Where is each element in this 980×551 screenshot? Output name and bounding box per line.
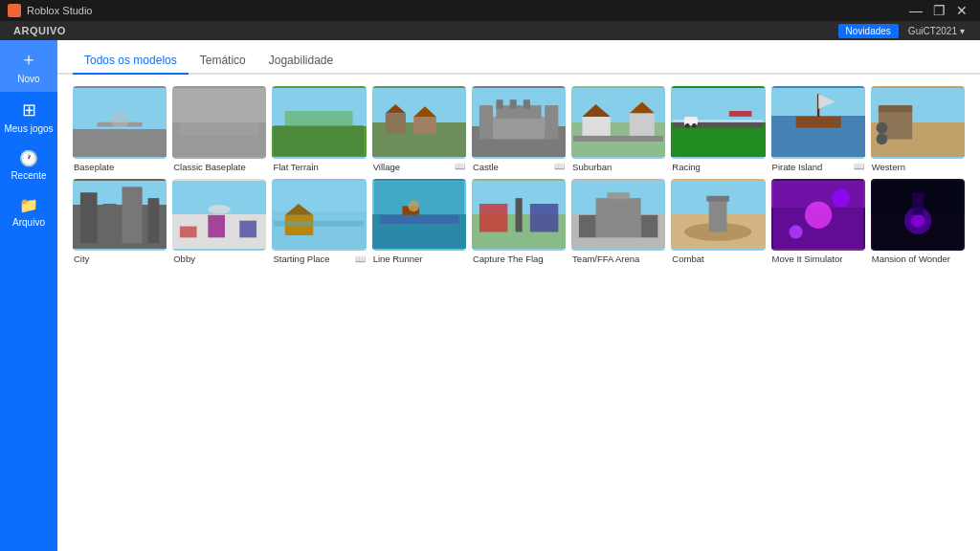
template-label-classic-baseplate: Classic Baseplate xyxy=(172,159,266,173)
maximize-button[interactable]: ❐ xyxy=(928,0,949,21)
svg-rect-4 xyxy=(274,125,364,156)
template-thumb-inner-mansion-of-wonder xyxy=(873,181,963,250)
template-card-village[interactable]: Village📖 xyxy=(372,86,466,173)
minimize-button[interactable]: — xyxy=(905,0,926,21)
template-label-text-flat-terrain: Flat Terrain xyxy=(273,162,318,172)
template-label-baseplate: Baseplate xyxy=(73,159,167,173)
template-card-move-it-simulator[interactable]: Move It Simulator xyxy=(771,179,865,266)
template-thumb-capture-the-flag xyxy=(472,179,566,252)
sidebar-item-recent[interactable]: 🕐 Recente xyxy=(0,142,57,188)
template-thumb-inner-team-ffa-arena xyxy=(573,181,663,250)
svg-rect-55 xyxy=(579,214,596,237)
template-card-flat-terrain[interactable]: Flat Terrain xyxy=(272,86,366,173)
template-card-pirate-island[interactable]: Pirate Island📖 xyxy=(771,86,865,173)
recent-icon: 🕐 xyxy=(19,149,38,167)
template-label-text-city: City xyxy=(74,253,89,264)
template-thumb-obby xyxy=(172,179,266,252)
template-book-icon-starting-place: 📖 xyxy=(355,254,366,264)
svg-rect-37 xyxy=(102,204,116,243)
sidebar-item-arquivo[interactable]: 📁 Arquivo xyxy=(0,188,57,235)
template-thumb-racing xyxy=(671,86,765,159)
app-body: ＋ Novo ⊞ Meus jogos 🕐 Recente 📁 Arquivo … xyxy=(0,40,980,551)
svg-rect-57 xyxy=(607,192,630,199)
svg-rect-15 xyxy=(510,99,517,108)
template-label-text-obby: Obby xyxy=(173,253,195,264)
user-badge[interactable]: GuiCT2021 ▾ xyxy=(901,24,972,38)
svg-marker-9 xyxy=(413,106,436,117)
template-thumb-inner-racing xyxy=(673,88,763,157)
template-card-baseplate[interactable]: Baseplate xyxy=(73,86,167,173)
svg-point-25 xyxy=(692,123,697,128)
window-controls: — ❐ ✕ xyxy=(905,0,972,21)
template-card-western[interactable]: Western xyxy=(871,86,965,173)
template-card-classic-baseplate[interactable]: Classic Baseplate xyxy=(172,86,266,173)
svg-marker-20 xyxy=(630,102,655,114)
svg-rect-3 xyxy=(174,136,264,156)
template-label-text-western: Western xyxy=(872,162,905,172)
mygames-icon: ⊞ xyxy=(22,99,36,121)
close-button[interactable]: ✕ xyxy=(951,0,972,21)
tabs-bar: Todos os modelos Temático Jogabilidade xyxy=(57,40,980,75)
template-card-line-runner[interactable]: Line Runner xyxy=(372,179,466,266)
sidebar-item-mygames[interactable]: ⊞ Meus jogos xyxy=(0,92,57,142)
template-thumb-mansion-of-wonder xyxy=(871,179,965,252)
template-card-castle[interactable]: Castle📖 xyxy=(472,86,566,173)
svg-rect-68 xyxy=(912,192,924,215)
svg-rect-39 xyxy=(148,198,160,243)
template-card-suburban[interactable]: Suburban xyxy=(571,86,665,173)
svg-point-63 xyxy=(789,225,802,238)
svg-rect-56 xyxy=(641,214,658,237)
template-label-combat: Combat xyxy=(671,251,765,265)
novidades-badge[interactable]: Novidades xyxy=(838,24,899,38)
template-thumb-inner-pirate-island xyxy=(773,88,863,157)
tab-all-models[interactable]: Todos os modelos xyxy=(73,48,189,75)
template-card-starting-place[interactable]: Starting Place📖 xyxy=(272,179,366,266)
svg-rect-21 xyxy=(573,136,663,142)
template-thumb-baseplate xyxy=(73,86,167,159)
svg-point-67 xyxy=(911,213,924,227)
template-card-city[interactable]: City xyxy=(73,179,167,266)
sidebar-mygames-label: Meus jogos xyxy=(4,123,53,134)
template-thumb-line-runner xyxy=(372,179,466,252)
grid-area: BaseplateClassic BaseplateFlat TerrainVi… xyxy=(57,75,980,551)
tab-thematic[interactable]: Temático xyxy=(189,48,257,75)
tab-gameplay[interactable]: Jogabilidade xyxy=(257,48,345,75)
template-card-mansion-of-wonder[interactable]: Mansion of Wonder xyxy=(871,179,965,266)
title-bar-left: Roblox Studio xyxy=(8,4,93,17)
menu-bar: ARQUIVO Novidades GuiCT2021 ▾ xyxy=(0,21,980,40)
template-thumb-inner-line-runner xyxy=(374,181,464,250)
template-label-obby: Obby xyxy=(172,251,266,265)
sidebar-new-label: Novo xyxy=(17,74,39,84)
template-thumb-inner-castle xyxy=(474,88,564,157)
sidebar: ＋ Novo ⊞ Meus jogos 🕐 Recente 📁 Arquivo xyxy=(0,40,57,551)
template-label-text-starting-place: Starting Place xyxy=(273,253,329,264)
template-card-capture-the-flag[interactable]: Capture The Flag xyxy=(472,179,566,266)
sidebar-arquivo-label: Arquivo xyxy=(12,217,45,228)
template-thumb-inner-capture-the-flag xyxy=(474,181,564,250)
svg-rect-60 xyxy=(707,195,730,201)
title-bar: Roblox Studio — ❐ ✕ xyxy=(0,0,980,21)
svg-rect-6 xyxy=(385,113,405,133)
user-badge-label: GuiCT2021 xyxy=(908,26,957,36)
template-thumb-pirate-island xyxy=(771,86,865,159)
template-thumb-inner-city xyxy=(75,181,165,250)
svg-rect-41 xyxy=(209,214,226,237)
svg-point-64 xyxy=(832,188,850,207)
svg-rect-33 xyxy=(879,105,912,112)
template-label-text-classic-baseplate: Classic Baseplate xyxy=(173,162,246,172)
template-thumb-village xyxy=(372,86,466,159)
template-card-team-ffa-arena[interactable]: Team/FFA Arena xyxy=(571,179,665,266)
template-card-obby[interactable]: Obby xyxy=(172,179,266,266)
svg-rect-26 xyxy=(673,120,763,121)
template-label-text-racing: Racing xyxy=(672,162,701,172)
arquivo-menu[interactable]: ARQUIVO xyxy=(8,25,72,36)
svg-rect-51 xyxy=(479,204,507,231)
template-label-text-line-runner: Line Runner xyxy=(373,253,423,264)
template-thumb-flat-terrain xyxy=(272,86,366,159)
template-card-combat[interactable]: Combat xyxy=(671,179,765,266)
template-label-text-combat: Combat xyxy=(672,253,703,264)
svg-point-34 xyxy=(876,122,887,134)
svg-rect-5 xyxy=(285,111,353,125)
sidebar-item-new[interactable]: ＋ Novo xyxy=(0,40,57,92)
template-card-racing[interactable]: Racing xyxy=(671,86,765,173)
